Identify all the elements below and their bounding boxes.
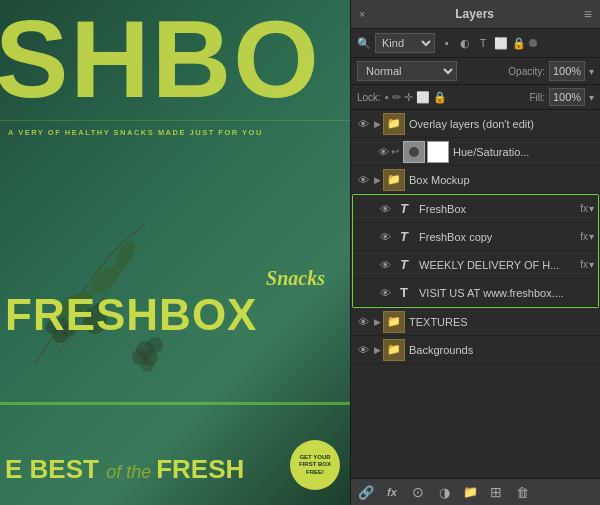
panel-close-icon[interactable]: × xyxy=(359,8,365,20)
layer-fx-freshbox[interactable]: fx ▾ xyxy=(580,203,594,214)
kind-dropdown[interactable]: Kind xyxy=(375,33,435,53)
eye-icon-freshbox[interactable]: 👁 xyxy=(377,201,393,217)
layer-textures[interactable]: 👁 ▶ 📁 TEXTURES xyxy=(351,308,600,336)
lock-icons-group: ▪ ✏ ✛ ⬜ 🔒 xyxy=(385,91,447,104)
artwork-big-letters: SHBO xyxy=(0,0,321,122)
opacity-input[interactable] xyxy=(549,61,585,81)
fill-input[interactable] xyxy=(549,88,585,106)
layer-name-freshbox-copy: FreshBox copy xyxy=(419,231,578,243)
layer-name-backgrounds: Backgrounds xyxy=(409,344,596,356)
layer-weekly-delivery[interactable]: 👁 T WEEKLY DELIVERY OF H... fx ▾ xyxy=(353,251,598,279)
search-magnifier-icon: 🔍 xyxy=(357,37,371,50)
bottom-e-text: E xyxy=(5,454,30,484)
layer-thumb-weekly-delivery: T xyxy=(393,254,415,276)
layer-freshbox[interactable]: 👁 T FreshBox fx ▾ xyxy=(353,195,598,223)
lock-paint-icon[interactable]: ✏ xyxy=(392,91,401,104)
bottom-fresh-text: FRESH xyxy=(156,454,244,484)
layer-name-freshbox: FreshBox xyxy=(419,203,578,215)
fill-arrow[interactable]: ▾ xyxy=(589,92,594,103)
filter-toggle-circle[interactable] xyxy=(529,39,537,47)
footer-new-layer-icon[interactable]: ⊞ xyxy=(487,483,505,501)
artwork-green-band xyxy=(0,402,350,405)
artwork-badge: GET YOUR FIRST BOX FREE! xyxy=(290,440,340,490)
fx-arrow-freshbox: ▾ xyxy=(589,203,594,214)
eye-icon-hue-sat[interactable]: 👁 xyxy=(375,144,391,160)
expand-backgrounds[interactable]: ▶ xyxy=(371,344,383,356)
filter-pixel-icon[interactable]: ▪ xyxy=(439,35,455,51)
layer-thumb-hue-sat-mask xyxy=(427,141,449,163)
expand-textures[interactable]: ▶ xyxy=(371,316,383,328)
fx-label-freshbox: fx xyxy=(580,203,588,214)
expand-box-mockup[interactable]: ▶ xyxy=(371,174,383,186)
eye-icon-textures[interactable]: 👁 xyxy=(355,314,371,330)
filter-type-icon[interactable]: T xyxy=(475,35,491,51)
artwork-area: SHBO A VERY OF HEALTHY SNACKS MADE JUST … xyxy=(0,0,350,505)
layer-backgrounds[interactable]: 👁 ▶ 📁 Backgrounds xyxy=(351,336,600,364)
layer-box-mockup[interactable]: 👁 ▶ 📁 Box Mockup xyxy=(351,166,600,194)
layer-visit-us[interactable]: 👁 T VISIT US AT www.freshbox.... xyxy=(353,279,598,307)
svg-point-11 xyxy=(140,358,154,372)
layer-name-textures: TEXTURES xyxy=(409,316,596,328)
link-icon-hue-sat: ↩ xyxy=(391,146,403,157)
layers-panel: × Layers ≡ 🔍 Kind ▪ ◐ T ⬜ 🔒 Normal Multi… xyxy=(350,0,600,505)
layer-name-weekly-delivery: WEEKLY DELIVERY OF H... xyxy=(419,259,578,271)
layer-thumb-backgrounds: 📁 xyxy=(383,339,405,361)
footer-adjustment-icon[interactable]: ◑ xyxy=(435,483,453,501)
highlighted-layers-group: 👁 T FreshBox fx ▾ 👁 T FreshBox copy fx xyxy=(353,195,598,307)
panel-footer: 🔗 fx ⊙ ◑ 📁 ⊞ 🗑 xyxy=(351,478,600,505)
artwork-line-1 xyxy=(0,120,350,121)
eye-icon-weekly-delivery[interactable]: 👁 xyxy=(377,257,393,273)
artwork-tagline: A VERY OF HEALTHY SNACKS MADE JUST FOR Y… xyxy=(8,128,263,137)
fx-arrow-weekly-delivery: ▾ xyxy=(589,259,594,270)
artwork-illustration xyxy=(5,195,205,375)
fx-arrow-freshbox-copy: ▾ xyxy=(589,231,594,242)
lock-row: Lock: ▪ ✏ ✛ ⬜ 🔒 Fill: ▾ xyxy=(351,85,600,110)
blend-mode-row: Normal Multiply Screen Overlay Opacity: … xyxy=(351,58,600,85)
lock-all-icon[interactable]: 🔒 xyxy=(433,91,447,104)
layer-thumb-box-mockup: 📁 xyxy=(383,169,405,191)
lock-pixel-icon[interactable]: ▪ xyxy=(385,91,389,103)
eye-icon-visit-us[interactable]: 👁 xyxy=(377,285,393,301)
layer-fx-freshbox-copy[interactable]: fx ▾ xyxy=(580,231,594,242)
eye-icon-freshbox-copy[interactable]: 👁 xyxy=(377,229,393,245)
filter-shape-icon[interactable]: ⬜ xyxy=(493,35,509,51)
filter-icons: ▪ ◐ T ⬜ 🔒 xyxy=(439,35,537,51)
layer-thumb-freshbox: T xyxy=(393,198,415,220)
layer-overlay-layers[interactable]: 👁 ▶ 📁 Overlay layers (don't edit) xyxy=(351,110,600,138)
layer-thumb-visit-us: T xyxy=(393,282,415,304)
search-bar: 🔍 Kind ▪ ◐ T ⬜ 🔒 xyxy=(351,29,600,58)
layer-name-visit-us: VISIT US AT www.freshbox.... xyxy=(419,287,594,299)
layer-name-overlay: Overlay layers (don't edit) xyxy=(409,118,596,130)
eye-icon-overlay[interactable]: 👁 xyxy=(355,116,371,132)
layer-name-box-mockup: Box Mockup xyxy=(409,174,596,186)
eye-icon-box-mockup[interactable]: 👁 xyxy=(355,172,371,188)
footer-folder-icon[interactable]: 📁 xyxy=(461,483,479,501)
layer-thumb-textures: 📁 xyxy=(383,311,405,333)
layer-hue-sat[interactable]: 👁 ↩ Hue/Saturatio... xyxy=(351,138,600,166)
footer-link-icon[interactable]: 🔗 xyxy=(357,483,375,501)
footer-mask-icon[interactable]: ⊙ xyxy=(409,483,427,501)
lock-artboard-icon[interactable]: ⬜ xyxy=(416,91,430,104)
expand-overlay[interactable]: ▶ xyxy=(371,118,383,130)
layer-thumb-hue-sat xyxy=(403,141,425,163)
footer-fx-icon[interactable]: fx xyxy=(383,483,401,501)
filter-smart-icon[interactable]: 🔒 xyxy=(511,35,527,51)
footer-delete-icon[interactable]: 🗑 xyxy=(513,483,531,501)
fill-label: Fill: xyxy=(529,92,545,103)
filter-adjust-icon[interactable]: ◐ xyxy=(457,35,473,51)
fx-label-weekly-delivery: fx xyxy=(580,259,588,270)
panel-menu-icon[interactable]: ≡ xyxy=(584,6,592,22)
layer-thumb-freshbox-copy: T xyxy=(393,226,415,248)
bottom-best-text: BEST xyxy=(30,454,107,484)
eye-icon-backgrounds[interactable]: 👁 xyxy=(355,342,371,358)
layer-name-hue-sat: Hue/Saturatio... xyxy=(453,146,596,158)
fx-label-freshbox-copy: fx xyxy=(580,231,588,242)
layer-thumb-overlay: 📁 xyxy=(383,113,405,135)
artwork-bottom-text: E BEST of the FRESH xyxy=(5,454,244,485)
layer-freshbox-copy[interactable]: 👁 T FreshBox copy fx ▾ xyxy=(353,223,598,251)
layer-fx-weekly-delivery[interactable]: fx ▾ xyxy=(580,259,594,270)
blend-mode-dropdown[interactable]: Normal Multiply Screen Overlay xyxy=(357,61,457,81)
lock-move-icon[interactable]: ✛ xyxy=(404,91,413,104)
opacity-arrow[interactable]: ▾ xyxy=(589,66,594,77)
layers-list: 👁 ▶ 📁 Overlay layers (don't edit) 👁 ↩ Hu… xyxy=(351,110,600,478)
